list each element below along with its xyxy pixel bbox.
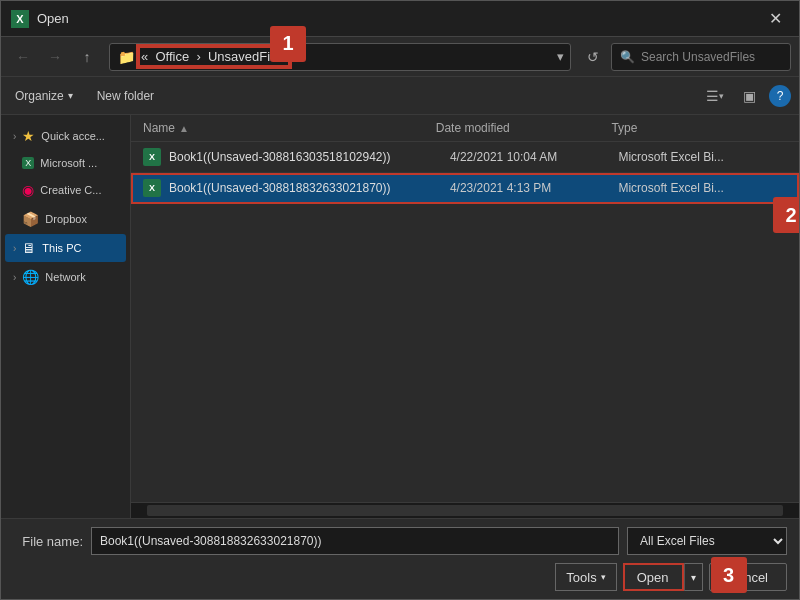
title-bar: X Open ✕: [1, 1, 799, 37]
navigation-toolbar: ← → ↑ 📁 « Office › UnsavedFiles ▾ 1 ↺ 🔍 …: [1, 37, 799, 77]
scrollbar-track: [147, 505, 783, 516]
this-pc-icon: 🖥: [22, 240, 36, 256]
file-list: Name ▲ Date modified Type X Book1((Unsav…: [131, 115, 799, 518]
sort-icon: ▲: [179, 123, 189, 134]
file-type: Microsoft Excel Bi...: [618, 181, 787, 195]
actions-row: Tools ▾ Open ▾ 3 Cancel: [13, 563, 787, 591]
open-dialog: X Open ✕ ← → ↑ 📁 « Office › UnsavedFiles…: [0, 0, 800, 600]
open-dropdown-button[interactable]: ▾: [684, 563, 703, 591]
dialog-title: Open: [37, 11, 761, 26]
file-name: Book1((Unsaved-308818832633021870)): [169, 181, 450, 195]
organize-chevron-icon: ▾: [68, 90, 73, 101]
search-bar[interactable]: 🔍 Search UnsavedFiles: [611, 43, 791, 71]
open-button-group: Open ▾ 3: [623, 563, 703, 591]
up-button[interactable]: ↑: [73, 43, 101, 71]
up-icon: ↑: [84, 49, 91, 65]
tools-button[interactable]: Tools ▾: [555, 563, 616, 591]
refresh-button[interactable]: ↺: [579, 43, 607, 71]
filename-input[interactable]: [91, 527, 619, 555]
breadcrumb: « Office › UnsavedFiles: [141, 49, 287, 64]
organize-label: Organize: [15, 89, 64, 103]
sidebar-item-label: Creative C...: [40, 184, 101, 196]
sidebar-item-quick-access[interactable]: › ★ Quick acce...: [5, 122, 126, 150]
table-row[interactable]: X Book1((Unsaved-308816303518102942)) 4/…: [131, 142, 799, 173]
quick-access-icon: ★: [22, 128, 35, 144]
search-icon: 🔍: [620, 50, 635, 64]
view-options-button[interactable]: ☰ ▾: [701, 82, 729, 110]
microsoft-icon: X: [22, 157, 34, 169]
pane-button[interactable]: ▣: [735, 82, 763, 110]
view-chevron-icon: ▾: [719, 91, 724, 101]
tools-label: Tools: [566, 570, 596, 585]
new-folder-label: New folder: [97, 89, 154, 103]
file-name: Book1((Unsaved-308816303518102942)): [169, 150, 450, 164]
column-date: Date modified: [436, 121, 612, 135]
view-icon: ☰: [706, 88, 719, 104]
column-type: Type: [611, 121, 787, 135]
sidebar-item-label: Network: [45, 271, 85, 283]
file-scroll-area[interactable]: X Book1((Unsaved-308816303518102942)) 4/…: [131, 142, 799, 502]
column-date-label: Date modified: [436, 121, 510, 135]
ribbon: Organize ▾ New folder ☰ ▾ ▣ ?: [1, 77, 799, 115]
sidebar-item-label: Dropbox: [45, 213, 87, 225]
dropbox-icon: 📦: [22, 211, 39, 227]
organize-button[interactable]: Organize ▾: [9, 86, 79, 106]
search-placeholder: Search UnsavedFiles: [641, 50, 755, 64]
refresh-icon: ↺: [587, 49, 599, 65]
sidebar-item-this-pc[interactable]: › 🖥 This PC: [5, 234, 126, 262]
main-content: › ★ Quick acce... › X Microsoft ... › ◉ …: [1, 115, 799, 518]
back-button[interactable]: ←: [9, 43, 37, 71]
pane-icon: ▣: [743, 88, 756, 104]
table-row[interactable]: X Book1((Unsaved-308818832633021870)) 4/…: [131, 173, 799, 204]
filetype-select[interactable]: All Excel Files: [627, 527, 787, 555]
sidebar: › ★ Quick acce... › X Microsoft ... › ◉ …: [1, 115, 131, 518]
forward-icon: →: [48, 49, 62, 65]
breadcrumb-dropdown[interactable]: ▾: [551, 44, 570, 70]
help-icon: ?: [777, 89, 784, 103]
horizontal-scrollbar[interactable]: [131, 502, 799, 518]
sidebar-item-creative-cloud[interactable]: › ◉ Creative C...: [5, 176, 126, 204]
filename-label: File name:: [13, 534, 83, 549]
close-button[interactable]: ✕: [761, 5, 789, 33]
step1-badge: 1: [270, 26, 306, 62]
help-button[interactable]: ?: [769, 85, 791, 107]
open-button[interactable]: Open: [623, 563, 684, 591]
sidebar-item-label: Microsoft ...: [40, 157, 97, 169]
new-folder-button[interactable]: New folder: [91, 86, 160, 106]
sidebar-item-dropbox[interactable]: › 📦 Dropbox: [5, 205, 126, 233]
expand-icon: ›: [13, 131, 16, 142]
folder-icon: 📁: [118, 49, 135, 65]
open-dropdown-icon: ▾: [691, 572, 696, 583]
step2-badge: 2: [773, 197, 799, 233]
creative-cloud-icon: ◉: [22, 182, 34, 198]
tools-chevron-icon: ▾: [601, 572, 606, 582]
sidebar-item-label: This PC: [42, 242, 81, 254]
file-date: 4/23/2021 4:13 PM: [450, 181, 619, 195]
sidebar-item-label: Quick acce...: [41, 130, 105, 142]
excel-icon: X: [143, 179, 161, 197]
network-icon: 🌐: [22, 269, 39, 285]
expand-icon: ›: [13, 272, 16, 283]
ribbon-right: ☰ ▾ ▣ ?: [701, 82, 791, 110]
breadcrumb-bar[interactable]: 📁 « Office › UnsavedFiles ▾ 1: [109, 43, 571, 71]
file-date: 4/22/2021 10:04 AM: [450, 150, 619, 164]
footer: File name: All Excel Files Tools ▾ Open …: [1, 518, 799, 599]
column-name: Name ▲: [143, 121, 436, 135]
filename-row: File name: All Excel Files: [13, 527, 787, 555]
file-type: Microsoft Excel Bi...: [618, 150, 787, 164]
column-type-label: Type: [611, 121, 637, 135]
back-icon: ←: [16, 49, 30, 65]
step3-badge: 3: [711, 557, 747, 593]
expand-icon: ›: [13, 243, 16, 254]
forward-button[interactable]: →: [41, 43, 69, 71]
column-name-label: Name: [143, 121, 175, 135]
sidebar-item-microsoft[interactable]: › X Microsoft ...: [5, 151, 126, 175]
sidebar-item-network[interactable]: › 🌐 Network: [5, 263, 126, 291]
file-list-header: Name ▲ Date modified Type: [131, 115, 799, 142]
app-icon: X: [11, 10, 29, 28]
excel-icon: X: [143, 148, 161, 166]
